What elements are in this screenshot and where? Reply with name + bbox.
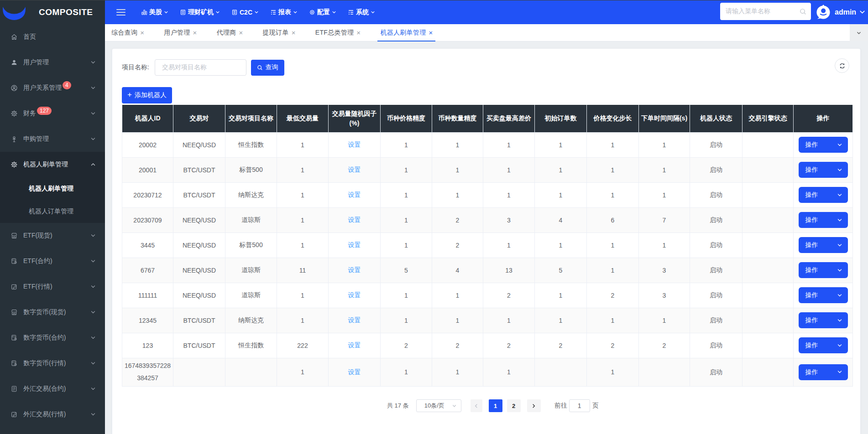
svg-text:SQL: SQL bbox=[12, 361, 16, 363]
svg-text:SQL: SQL bbox=[12, 259, 16, 261]
svg-text:SQL: SQL bbox=[12, 336, 16, 338]
